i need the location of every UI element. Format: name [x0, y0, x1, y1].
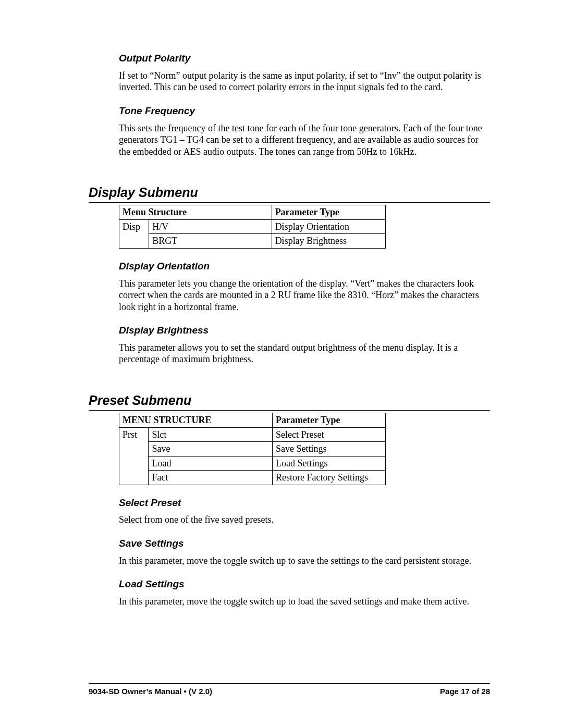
table-row: Save Save Settings [119, 442, 386, 456]
table-cell: BRGT [149, 234, 272, 249]
heading-display-brightness: Display Brightness [89, 324, 490, 337]
table-cell: Display Brightness [272, 234, 385, 249]
page-footer: 9034-SD Owner’s Manual (V 2.0) Page 17 o… [89, 683, 490, 697]
table-cell: Prst [119, 427, 149, 485]
section-display-submenu: Display Submenu [89, 184, 490, 203]
document-page: Output Polarity If set to “Norm” output … [0, 0, 563, 728]
table-row: BRGT Display Brightness [119, 234, 386, 249]
para-display-orientation: This parameter lets you change the orien… [89, 278, 490, 313]
heading-display-orientation: Display Orientation [89, 260, 490, 273]
para-select-preset: Select from one of the five saved preset… [89, 514, 490, 526]
table-row: Fact Restore Factory Settings [119, 471, 386, 485]
table-header: Parameter Type [273, 413, 386, 428]
heading-tone-frequency: Tone Frequency [89, 105, 490, 117]
para-output-polarity: If set to “Norm” output polarity is the … [89, 70, 490, 93]
table-cell: Disp [119, 219, 149, 248]
footer-version: (V 2.0) [187, 687, 212, 696]
heading-output-polarity: Output Polarity [89, 52, 490, 65]
table-cell: Load Settings [273, 456, 386, 471]
heading-preset-submenu: Preset Submenu [89, 392, 490, 411]
heading-load-settings: Load Settings [89, 578, 490, 590]
table-cell: Save Settings [273, 442, 386, 456]
para-tone-frequency: This sets the frequency of the test tone… [89, 122, 490, 158]
table-row: Load Load Settings [119, 456, 386, 471]
table-cell: Save [149, 442, 273, 456]
table-header-row: MENU STRUCTURE Parameter Type [119, 413, 386, 428]
footer-page-number: Page 17 of 28 [440, 687, 490, 697]
table-cell: Restore Factory Settings [273, 471, 386, 485]
heading-save-settings: Save Settings [89, 537, 490, 550]
heading-select-preset: Select Preset [89, 497, 490, 509]
table-cell: Display Orientation [272, 219, 385, 234]
table-row: Disp H/V Display Orientation [119, 219, 386, 234]
table-preset-menu: MENU STRUCTURE Parameter Type Prst Slct … [119, 413, 386, 485]
table-cell: H/V [149, 219, 272, 234]
table-header: Parameter Type [272, 205, 385, 220]
table-cell: Slct [149, 427, 273, 442]
section-preset-submenu: Preset Submenu [89, 392, 490, 411]
para-load-settings: In this parameter, move the toggle switc… [89, 596, 490, 608]
table-header: MENU STRUCTURE [119, 413, 273, 428]
table-display-menu: Menu Structure Parameter Type Disp H/V D… [119, 205, 386, 249]
table-header: Menu Structure [119, 205, 272, 220]
table-header-row: Menu Structure Parameter Type [119, 205, 386, 220]
table-cell: Load [149, 456, 273, 471]
table-cell: Select Preset [273, 427, 386, 442]
para-save-settings: In this parameter, move the toggle switc… [89, 555, 490, 567]
para-display-brightness: This parameter allows you to set the sta… [89, 342, 490, 365]
footer-left: 9034-SD Owner’s Manual (V 2.0) [89, 687, 212, 697]
heading-display-submenu: Display Submenu [89, 184, 490, 203]
table-cell: Fact [149, 471, 273, 485]
table-row: Prst Slct Select Preset [119, 427, 386, 442]
footer-manual-title: 9034-SD Owner’s Manual [89, 687, 184, 696]
